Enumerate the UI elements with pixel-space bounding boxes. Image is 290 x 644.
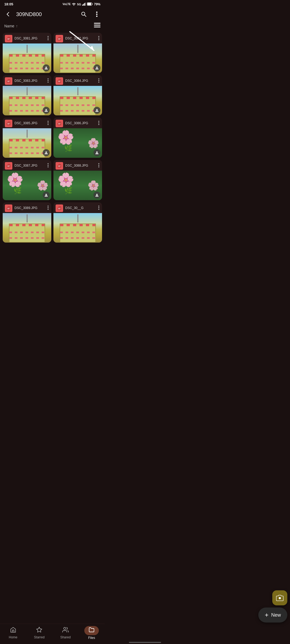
share-avatar	[43, 64, 50, 71]
file-name: DSC_3085.JPG	[15, 121, 45, 126]
svg-rect-60	[8, 166, 9, 167]
svg-point-55	[98, 122, 99, 123]
svg-rect-2	[84, 3, 85, 6]
file-menu-button[interactable]	[47, 36, 49, 42]
file-menu-button[interactable]	[98, 206, 100, 211]
svg-point-54	[98, 121, 99, 122]
svg-rect-32	[8, 82, 9, 82]
svg-rect-79	[58, 208, 61, 208]
back-button[interactable]	[3, 9, 13, 19]
svg-rect-66	[58, 166, 61, 166]
svg-point-34	[48, 80, 49, 81]
file-menu-button[interactable]	[98, 36, 100, 42]
file-card-f3[interactable]: DSC_3083.JPG	[3, 75, 51, 115]
file-thumbnail	[3, 213, 51, 243]
svg-point-49	[48, 124, 49, 125]
files-grid: DSC_3081.JPG	[0, 31, 105, 245]
status-icons: VoLTE 5G 79%	[63, 2, 100, 6]
svg-point-48	[48, 122, 49, 123]
file-thumbnail	[53, 213, 102, 243]
status-bar: 18:05 VoLTE 5G 79%	[0, 0, 105, 7]
file-menu-button[interactable]	[98, 163, 100, 169]
svg-point-81	[98, 206, 99, 207]
file-type-icon	[5, 35, 12, 42]
file-card-f4[interactable]: DSC_3084.JPG	[53, 75, 102, 115]
file-thumbnail: 🌸 🌸 🌿	[53, 128, 102, 158]
file-thumbnail	[3, 128, 51, 158]
sort-name-label: Name	[4, 24, 14, 28]
more-button[interactable]	[92, 9, 102, 19]
sort-bar: Name ↑	[0, 21, 105, 31]
file-thumbnail: 🌸 🌸 🌿	[53, 171, 102, 200]
svg-point-62	[48, 165, 49, 166]
svg-point-21	[48, 39, 49, 40]
file-thumbnail	[3, 43, 51, 73]
file-type-icon	[56, 35, 63, 42]
file-card-f6[interactable]: DSC_3086.JPG 🌸 🌸 🌿	[53, 118, 102, 158]
svg-rect-59	[8, 166, 10, 166]
svg-rect-15	[94, 27, 100, 27]
file-thumbnail: 🌸 🌸 🌿	[3, 171, 51, 200]
file-thumbnail	[53, 43, 102, 73]
file-card-f5[interactable]: DSC_3085.JPG	[3, 118, 51, 158]
file-card-f1[interactable]: DSC_3081.JPG	[3, 33, 51, 73]
file-card-f10[interactable]: DSC_30__G	[53, 202, 102, 243]
top-bar: 309ND800	[0, 7, 105, 21]
file-type-icon	[5, 204, 12, 212]
sort-label[interactable]: Name ↑	[4, 24, 18, 28]
svg-rect-46	[8, 124, 9, 124]
file-name: DSC_3083.JPG	[15, 79, 45, 83]
svg-point-26	[98, 36, 99, 37]
share-avatar	[43, 192, 50, 199]
file-menu-button[interactable]	[47, 121, 49, 126]
share-avatar	[93, 149, 100, 156]
file-card-header: DSC_3086.JPG	[53, 118, 102, 128]
file-card-header: DSC_3087.JPG	[3, 160, 51, 171]
svg-point-61	[48, 163, 49, 164]
file-card-f2[interactable]: DSC_3082.JPG	[53, 33, 102, 73]
file-thumbnail	[53, 86, 102, 115]
svg-rect-73	[8, 208, 10, 208]
file-card-f8[interactable]: DSC_3088.JPG 🌸 🌸 🌿	[53, 160, 102, 200]
battery-percent: 79%	[94, 2, 100, 6]
svg-point-83	[98, 209, 99, 210]
svg-rect-53	[58, 124, 60, 124]
file-menu-button[interactable]	[98, 121, 100, 126]
share-avatar	[43, 149, 50, 156]
wifi-icon	[72, 2, 76, 6]
file-card-f7[interactable]: DSC_3087.JPG 🌸 🌸 🌿	[3, 160, 51, 200]
svg-point-33	[48, 78, 49, 79]
svg-point-77	[48, 209, 49, 210]
svg-point-9	[96, 14, 97, 15]
svg-point-69	[98, 165, 99, 166]
svg-rect-52	[58, 123, 61, 123]
file-menu-button[interactable]	[47, 78, 49, 84]
share-avatar	[93, 107, 100, 114]
svg-rect-3	[85, 2, 86, 6]
file-card-f9[interactable]: DSC_3089.JPG	[3, 202, 51, 243]
search-button[interactable]	[79, 9, 89, 19]
svg-point-8	[96, 12, 97, 13]
svg-point-35	[48, 82, 49, 83]
file-type-icon	[56, 162, 63, 170]
file-card-header: DSC_3084.JPG	[53, 75, 102, 86]
page-title: 309ND800	[16, 11, 76, 17]
file-menu-button[interactable]	[47, 206, 49, 211]
svg-rect-1	[83, 4, 84, 6]
file-menu-button[interactable]	[98, 78, 100, 84]
svg-rect-45	[8, 123, 10, 123]
file-menu-button[interactable]	[47, 163, 49, 169]
volte-icon: VoLTE	[63, 3, 71, 6]
file-thumbnail	[3, 86, 51, 115]
battery-icon	[87, 2, 93, 6]
svg-point-6	[82, 12, 85, 15]
share-avatar	[43, 107, 50, 114]
file-name: DSC_3086.JPG	[65, 121, 96, 126]
svg-point-40	[98, 78, 99, 79]
svg-point-76	[48, 207, 49, 208]
status-time: 18:05	[4, 2, 13, 6]
sort-arrow: ↑	[16, 24, 18, 28]
svg-point-10	[96, 16, 97, 17]
list-view-toggle[interactable]	[94, 23, 100, 29]
file-type-icon	[56, 120, 63, 127]
